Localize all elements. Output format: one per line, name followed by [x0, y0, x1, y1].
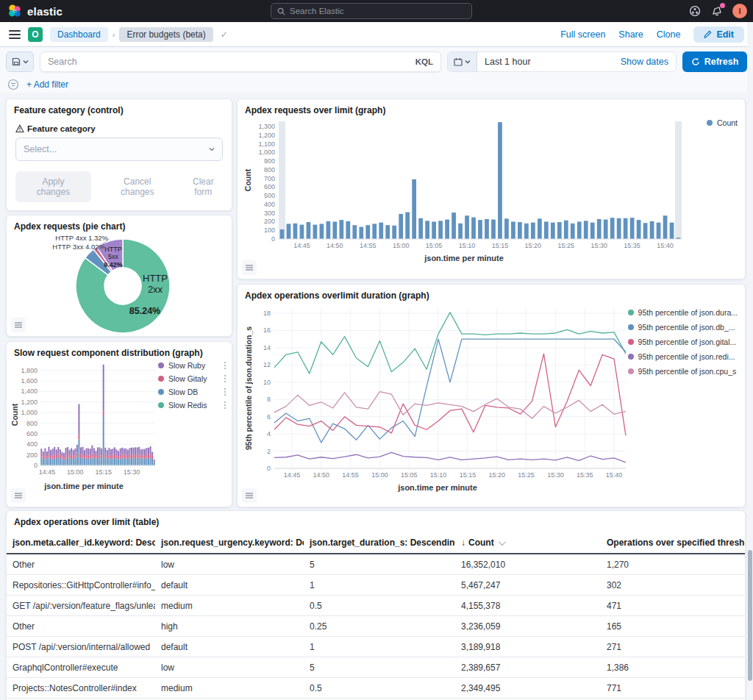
legend-list-icon[interactable] [11, 318, 26, 332]
legend-list-icon[interactable] [11, 488, 26, 503]
full-screen-link[interactable]: Full screen [560, 29, 605, 40]
legend-item[interactable]: Slow Gitaly [158, 374, 226, 383]
kql-toggle[interactable]: KQL [415, 57, 433, 66]
legend-item[interactable]: Count [707, 118, 738, 127]
x-axis-label: json.time per minute [243, 254, 685, 262]
table-cell: 3,189,918 [455, 637, 601, 657]
svg-text:1,400: 1,400 [21, 388, 38, 395]
news-bell-icon[interactable] [710, 4, 724, 18]
table-column-header[interactable]: json.request_urgency.keyword: Des... [155, 532, 304, 554]
cancel-changes-button[interactable]: Cancel changes [107, 176, 168, 197]
svg-text:1,100: 1,100 [258, 140, 275, 148]
table-cell: Other [7, 554, 155, 575]
legend-item[interactable]: Slow Ruby [158, 361, 226, 370]
space-avatar[interactable]: O [28, 27, 43, 42]
legend-label: Slow Gitaly [168, 374, 207, 383]
page-scrollbar[interactable] [747, 22, 753, 700]
legend-item[interactable]: 95th percentile of json.redi... [628, 352, 738, 361]
legend-menu-icon[interactable] [224, 401, 226, 410]
legend-list-icon[interactable] [242, 260, 257, 275]
svg-text:15:30: 15:30 [547, 471, 564, 479]
kql-search-input[interactable]: Search KQL [40, 51, 441, 72]
edit-button[interactable]: Edit [693, 26, 744, 43]
svg-text:5xx: 5xx [108, 253, 119, 260]
svg-text:18: 18 [263, 310, 271, 317]
svg-text:15:00: 15:00 [371, 471, 388, 479]
svg-text:8: 8 [267, 396, 271, 403]
table-column-header[interactable]: Operations over specified threshold... [601, 532, 745, 554]
global-search-input[interactable]: Search Elastic [271, 3, 472, 19]
elastic-logo[interactable]: elastic [7, 4, 63, 18]
table-cell: 5,467,247 [455, 575, 601, 596]
svg-text:200: 200 [264, 218, 275, 225]
date-quick-menu-button[interactable] [448, 52, 477, 71]
table-row[interactable]: Projects::NotesController#indexmedium0.5… [7, 678, 745, 699]
refresh-button[interactable]: Refresh [682, 51, 747, 72]
table-cell: high [155, 616, 304, 637]
svg-text:1,000: 1,000 [258, 149, 275, 156]
legend-menu-icon[interactable] [224, 388, 226, 396]
svg-text:15:05: 15:05 [426, 242, 443, 249]
svg-text:95th percentile of json.durati: 95th percentile of json.duration_s [244, 326, 253, 450]
svg-text:15:35: 15:35 [577, 471, 593, 479]
table-column-header[interactable]: json.meta.caller_id.keyword: Desce... [7, 532, 155, 554]
table-row[interactable]: POST /api/:version/internal/alloweddefau… [7, 637, 745, 657]
table-row[interactable]: GraphqlController#executelow52,389,6571,… [7, 657, 745, 678]
apdex-requests-pie-chart[interactable]: HTTP2xx85.24%HTTP5xx9.42%HTTP 4xx 1.32%H… [13, 233, 227, 336]
apply-changes-button[interactable]: Apply changes [15, 171, 91, 202]
table-row[interactable]: Otherlow516,352,0101,270 [7, 554, 745, 575]
add-filter-link[interactable]: + Add filter [26, 79, 68, 90]
svg-text:16: 16 [263, 326, 271, 334]
table-row[interactable]: GET /api/:version/feature_flags/unleash.… [7, 596, 745, 616]
chart-legend[interactable]: Slow RubySlow GitalySlow DBSlow Redis [158, 361, 226, 410]
legend-item[interactable]: 95th percentile of json.dura... [628, 308, 738, 317]
table-cell: default [155, 637, 304, 657]
slow-request-stacked-chart[interactable]: 02004006008001,0001,2001,4001,6001,80014… [11, 360, 157, 477]
menu-hamburger-icon[interactable] [9, 30, 21, 39]
svg-text:14:55: 14:55 [360, 242, 376, 249]
chevron-down-icon [209, 146, 215, 152]
svg-text:15:30: 15:30 [124, 468, 140, 476]
legend-item[interactable]: 95th percentile of json.gital... [628, 338, 738, 346]
legend-item[interactable]: Slow Redis [158, 401, 226, 410]
table-column-header[interactable]: ↓Count [455, 532, 601, 554]
legend-menu-icon[interactable] [224, 362, 226, 370]
table-column-header[interactable]: json.target_duration_s: Descending [304, 532, 455, 554]
table-row[interactable]: Otherhigh0.253,236,059165 [7, 616, 745, 637]
clear-form-button[interactable]: Clear form [184, 176, 223, 197]
table-cell: 1,270 [601, 554, 745, 575]
table-cell: 2,349,495 [455, 678, 601, 699]
chart-legend[interactable]: 95th percentile of json.dura...95th perc… [628, 308, 738, 376]
svg-text:400: 400 [26, 440, 38, 448]
table-row[interactable]: Repositories::GitHttpController#info_ref… [7, 575, 745, 596]
table-cell: default [155, 575, 304, 596]
legend-item[interactable]: Slow DB [158, 388, 226, 396]
scrollbar-thumb[interactable] [748, 550, 752, 681]
table-cell: 0.25 [304, 616, 455, 637]
user-avatar[interactable]: I [732, 4, 747, 18]
show-dates-link[interactable]: Show dates [613, 52, 676, 71]
share-link[interactable]: Share [618, 29, 643, 40]
legend-item[interactable]: 95th percentile of json.db_... [628, 323, 738, 332]
saved-query-menu-button[interactable] [6, 51, 34, 72]
clone-link[interactable]: Clone [657, 29, 681, 40]
date-range-value[interactable]: Last 1 hour [477, 52, 613, 71]
filter-bar: + Add filter [0, 76, 753, 93]
table-cell: 302 [601, 575, 745, 596]
filter-icon[interactable] [7, 79, 19, 90]
apdex-duration-line-chart[interactable]: 02468101214161814:4514:5014:5515:0015:05… [243, 302, 632, 480]
svg-text:15:05: 15:05 [401, 471, 418, 479]
breadcrumb-dashboard[interactable]: Dashboard [50, 27, 108, 42]
table-cell: 0.5 [304, 596, 455, 616]
apdex-requests-bar-chart[interactable]: 01002003004005006007008009001,0001,1001,… [243, 117, 685, 251]
feature-category-select[interactable]: Select... [15, 138, 223, 161]
legend-item[interactable]: 95th percentile of json.cpu_s [628, 367, 738, 376]
table-cell: 5 [304, 554, 455, 575]
svg-text:15:20: 15:20 [525, 242, 542, 249]
legend-menu-icon[interactable] [224, 375, 226, 383]
svg-text:15:10: 15:10 [459, 242, 476, 249]
panel-apdex-requests-pie: Apdex requests (pie chart) HTTP2xx85.24%… [6, 215, 232, 337]
deployment-icon[interactable] [688, 4, 702, 18]
chart-legend[interactable]: Count [707, 118, 738, 127]
legend-list-icon[interactable] [242, 488, 257, 503]
